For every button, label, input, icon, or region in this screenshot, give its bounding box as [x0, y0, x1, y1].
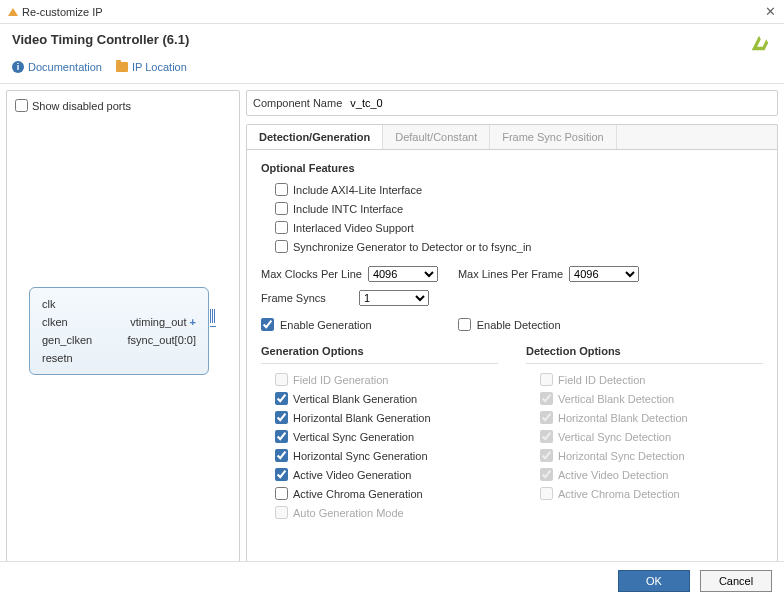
port-vtiming-out: vtiming_out: [108, 314, 196, 330]
gen-vb-label: Vertical Blank Generation: [293, 393, 417, 405]
det-hs-checkbox: [540, 449, 553, 462]
gen-field-label: Field ID Generation: [293, 374, 388, 386]
interlaced-label: Interlaced Video Support: [293, 222, 414, 234]
port-fsync-out: fsync_out[0:0]: [108, 332, 196, 348]
vendor-logo: [748, 32, 770, 56]
gen-ac-checkbox[interactable]: [275, 487, 288, 500]
det-ac-label: Active Chroma Detection: [558, 488, 680, 500]
port-gen-clken: gen_clken: [42, 332, 106, 348]
det-hb-label: Horizontal Blank Detection: [558, 412, 688, 424]
intc-label: Include INTC Interface: [293, 203, 403, 215]
frame-syncs-label: Frame Syncs: [261, 292, 353, 304]
max-clocks-select[interactable]: 4096: [368, 266, 438, 282]
gen-vs-label: Vertical Sync Generation: [293, 431, 414, 443]
tab-frame-sync-position[interactable]: Frame Sync Position: [490, 125, 616, 149]
gen-hb-label: Horizontal Blank Generation: [293, 412, 431, 424]
port-clk: clk: [42, 296, 106, 312]
axi4-lite-checkbox[interactable]: [275, 183, 288, 196]
show-disabled-ports-checkbox[interactable]: [15, 99, 28, 112]
det-field-checkbox: [540, 373, 553, 386]
gen-field-checkbox: [275, 373, 288, 386]
component-name-input[interactable]: [348, 95, 771, 111]
documentation-label: Documentation: [28, 61, 102, 73]
enable-detection-label: Enable Detection: [477, 319, 561, 331]
gen-ac-label: Active Chroma Generation: [293, 488, 423, 500]
gen-auto-checkbox: [275, 506, 288, 519]
det-ac-checkbox: [540, 487, 553, 500]
app-icon: [8, 8, 18, 16]
ip-block-diagram: clk clkenvtiming_out gen_clkenfsync_out[…: [29, 287, 209, 375]
gen-vs-checkbox[interactable]: [275, 430, 288, 443]
ip-location-label: IP Location: [132, 61, 187, 73]
close-icon[interactable]: ✕: [765, 4, 776, 19]
tab-default-constant[interactable]: Default/Constant: [383, 125, 490, 149]
enable-generation-label: Enable Generation: [280, 319, 372, 331]
cancel-button[interactable]: Cancel: [700, 570, 772, 592]
det-vb-label: Vertical Blank Detection: [558, 393, 674, 405]
gen-vb-checkbox[interactable]: [275, 392, 288, 405]
max-clocks-label: Max Clocks Per Line: [261, 268, 362, 280]
det-hs-label: Horizontal Sync Detection: [558, 450, 685, 462]
det-vb-checkbox: [540, 392, 553, 405]
sync-gen-label: Synchronize Generator to Detector or to …: [293, 241, 531, 253]
generation-options-title: Generation Options: [261, 345, 498, 357]
det-field-label: Field ID Detection: [558, 374, 645, 386]
intc-checkbox[interactable]: [275, 202, 288, 215]
tab-detection-generation[interactable]: Detection/Generation: [247, 125, 383, 150]
show-disabled-ports-label: Show disabled ports: [32, 100, 131, 112]
info-icon: i: [12, 61, 24, 73]
port-clken: clken: [42, 314, 106, 330]
det-hb-checkbox: [540, 411, 553, 424]
sync-gen-checkbox[interactable]: [275, 240, 288, 253]
port-resetn: resetn: [42, 350, 106, 366]
page-title: Video Timing Controller (6.1): [0, 24, 784, 55]
max-lines-label: Max Lines Per Frame: [458, 268, 563, 280]
det-vs-label: Vertical Sync Detection: [558, 431, 671, 443]
max-lines-select[interactable]: 4096: [569, 266, 639, 282]
gen-av-label: Active Video Generation: [293, 469, 411, 481]
detection-options-title: Detection Options: [526, 345, 763, 357]
gen-av-checkbox[interactable]: [275, 468, 288, 481]
gen-hs-label: Horizontal Sync Generation: [293, 450, 428, 462]
det-av-checkbox: [540, 468, 553, 481]
axi4-lite-label: Include AXI4-Lite Interface: [293, 184, 422, 196]
det-vs-checkbox: [540, 430, 553, 443]
det-av-label: Active Video Detection: [558, 469, 668, 481]
gen-auto-label: Auto Generation Mode: [293, 507, 404, 519]
gen-hb-checkbox[interactable]: [275, 411, 288, 424]
optional-features-title: Optional Features: [261, 162, 763, 174]
frame-syncs-select[interactable]: 1: [359, 290, 429, 306]
documentation-link[interactable]: i Documentation: [12, 61, 102, 73]
ok-button[interactable]: OK: [618, 570, 690, 592]
folder-icon: [116, 62, 128, 72]
interlaced-checkbox[interactable]: [275, 221, 288, 234]
window-title: Re-customize IP: [22, 6, 765, 18]
gen-hs-checkbox[interactable]: [275, 449, 288, 462]
component-name-label: Component Name: [253, 97, 342, 109]
ip-location-link[interactable]: IP Location: [116, 61, 187, 73]
enable-detection-checkbox[interactable]: [458, 318, 471, 331]
enable-generation-checkbox[interactable]: [261, 318, 274, 331]
